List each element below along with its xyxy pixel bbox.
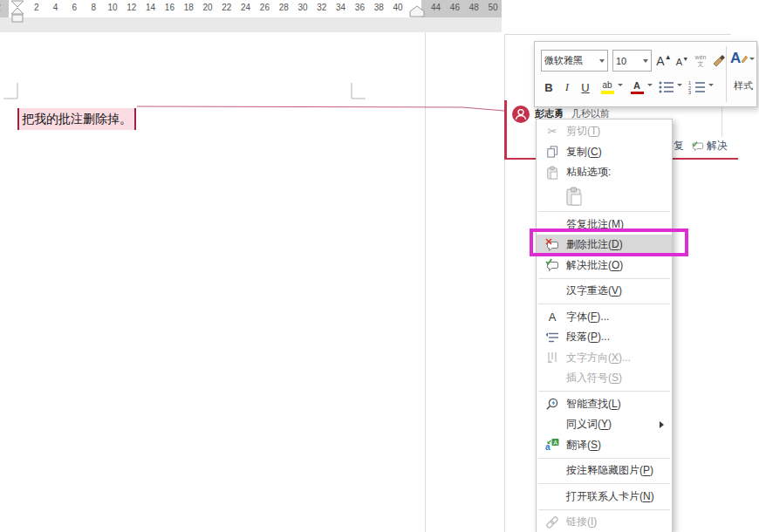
menu-item-label: 汉字重选(V) <box>566 283 622 298</box>
svg-text:A: A <box>553 440 557 446</box>
menu-item-synonyms[interactable]: 同义词(Y) <box>537 414 672 435</box>
menu-separator <box>538 483 670 484</box>
smart-lookup-icon <box>543 397 562 411</box>
svg-text:3: 3 <box>688 90 691 94</box>
bullets-button[interactable] <box>657 78 676 97</box>
comments-pane-top-border <box>504 34 731 35</box>
menu-item-paste-options: 粘贴选项: <box>537 162 672 183</box>
menu-separator <box>538 304 670 304</box>
annotation-highlight-box <box>530 228 688 256</box>
comment-range-bracket-right <box>134 108 136 130</box>
menu-separator <box>538 278 670 279</box>
translate-icon: aA <box>543 438 562 452</box>
underline-button[interactable]: U <box>578 78 592 96</box>
menu-item-resolve-comment[interactable]: 解决批注(O) <box>537 256 672 276</box>
document-text-line: 把我的批注删除掉。 <box>17 108 136 130</box>
menu-item-label: 同义词(Y) <box>566 417 612 432</box>
text-highlight-button[interactable]: ab <box>598 77 617 98</box>
format-painter-icon <box>711 53 727 69</box>
menu-separator <box>538 211 670 212</box>
context-menu: ✂剪切(T)复制(C)粘贴选项:答复批注(M)删除批注(D)解决批注(O)汉字重… <box>536 119 673 532</box>
menu-separator <box>538 509 670 510</box>
menu-item-translate[interactable]: aA翻译(S) <box>537 435 672 456</box>
styles-button[interactable]: A <box>730 47 755 70</box>
font-size-combobox[interactable]: 10 <box>612 50 652 72</box>
author-avatar <box>512 106 530 123</box>
menu-item-copy[interactable]: 复制(C) <box>537 142 672 163</box>
chevron-down-icon <box>599 59 605 63</box>
menu-item-link[interactable]: 链接(I) <box>537 512 672 532</box>
menu-item-label: 段落(P)... <box>566 330 610 344</box>
menu-item-label: 复制(C) <box>566 145 602 160</box>
numbering-icon: 123 <box>688 80 706 94</box>
resolve-comment-icon <box>543 258 562 272</box>
grow-font-button[interactable]: A▲ <box>655 51 673 72</box>
phonetic-guide-button[interactable]: wén 文 <box>692 49 709 73</box>
menu-item-paragraph[interactable]: 段落(P)... <box>537 327 672 348</box>
menu-item-insert-symbol[interactable]: 插入符号(S) <box>537 368 672 389</box>
menu-item-font[interactable]: A字体(F)... <box>537 307 672 328</box>
font-color-icon: A <box>633 80 640 91</box>
font-name-combobox[interactable]: 微软雅黑 <box>541 50 608 72</box>
menu-item-label: 按注释隐藏图片(P) <box>566 463 653 478</box>
paste-icon <box>543 166 562 180</box>
menu-item-smart-lookup[interactable]: 智能查找(L) <box>537 394 672 415</box>
menu-item-paste-option-button[interactable] <box>537 183 672 209</box>
menu-item-label: 链接(I) <box>566 515 597 529</box>
hanging-indent-marker <box>11 8 24 14</box>
paragraph-icon <box>543 331 562 344</box>
numbering-button[interactable]: 123 <box>687 78 708 97</box>
ruler-indent-markers[interactable] <box>0 0 502 24</box>
chevron-down-icon <box>643 59 648 63</box>
menu-item-label: 解决批注(O) <box>566 258 623 273</box>
bold-button[interactable]: B <box>542 78 556 96</box>
shrink-font-button[interactable]: A▼ <box>674 52 690 72</box>
bullets-icon <box>659 80 674 94</box>
person-icon <box>512 106 530 123</box>
copy-icon <box>543 145 562 159</box>
menu-item-label: 智能查找(L) <box>566 397 621 412</box>
menu-item-text-direction[interactable]: 文字方向(X)... <box>537 348 672 369</box>
left-indent-marker <box>12 15 23 22</box>
menu-item-hide-picture-by-note[interactable]: 按注释隐藏图片(P) <box>537 460 672 481</box>
font-color-dropdown[interactable] <box>647 84 653 86</box>
menu-item-cut[interactable]: ✂剪切(T) <box>537 121 672 142</box>
menu-item-label: 插入符号(S) <box>566 371 622 385</box>
menu-item-label: 文字方向(X)... <box>566 351 631 365</box>
bullets-dropdown[interactable] <box>677 84 682 86</box>
toolbar-divider <box>726 46 727 102</box>
styles-pen-icon <box>741 53 749 64</box>
styles-label: 样式 <box>730 78 756 92</box>
resolve-comment-button[interactable]: 解决 <box>692 139 728 153</box>
menu-item-hanzi-reselect[interactable]: 汉字重选(V) <box>537 281 672 302</box>
styles-icon: A <box>730 50 741 67</box>
menu-item-open-contact-card[interactable]: 打开联系人卡片(N) <box>537 487 672 508</box>
submenu-arrow-icon <box>660 421 664 428</box>
ruler-end-blank <box>502 0 759 17</box>
menu-item-label: 粘贴选项: <box>566 165 611 180</box>
font-size-value: 10 <box>616 56 626 66</box>
italic-button[interactable]: I <box>561 78 573 96</box>
chevron-down-icon <box>749 58 755 60</box>
highlight-color-bar <box>601 91 614 94</box>
clipboard-icon <box>564 187 584 206</box>
menu-item-label: 剪切(T) <box>566 124 600 139</box>
font-name-value: 微软雅黑 <box>544 54 583 67</box>
link-icon <box>543 515 562 529</box>
menu-separator <box>538 391 670 392</box>
highlight-dropdown[interactable] <box>618 84 623 86</box>
comment-card-inner-edge <box>721 102 722 137</box>
font-icon: A <box>543 310 562 324</box>
font-color-button[interactable]: A <box>627 77 646 98</box>
commented-text: 把我的批注删除掉。 <box>19 108 134 130</box>
menu-item-label: 打开联系人卡片(N) <box>566 489 654 504</box>
first-line-indent-marker <box>11 1 24 7</box>
right-indent-marker <box>410 6 424 17</box>
menu-item-label: 翻译(S) <box>566 438 601 453</box>
text-direction-icon <box>543 351 562 365</box>
menu-separator <box>538 458 670 459</box>
phonetic-guide-icon: wén 文 <box>695 54 707 68</box>
mini-formatting-toolbar: 微软雅黑 10 A▲ A▼ wén 文 A 样式 B I U ab <box>534 41 757 107</box>
menu-item-label: 字体(F)... <box>566 310 609 324</box>
numbering-dropdown[interactable] <box>708 84 714 86</box>
